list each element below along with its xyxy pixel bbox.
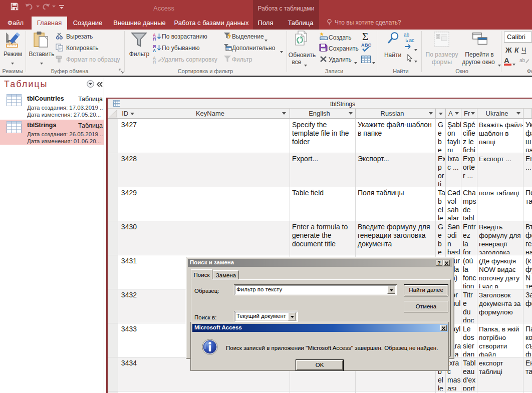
svg-text:А: А xyxy=(153,48,156,53)
svg-text:ab: ab xyxy=(519,58,525,63)
svg-text:Я: Я xyxy=(153,37,156,41)
svg-text:Я: Я xyxy=(153,60,156,64)
